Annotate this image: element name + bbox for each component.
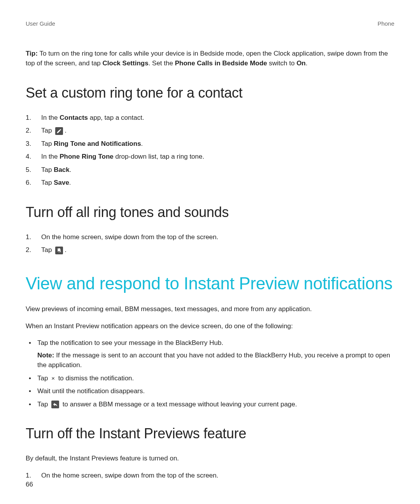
tip-period: .	[306, 60, 308, 67]
bullet2-mid: to dismiss the notification.	[56, 374, 134, 382]
turn-off-previews-p1: By default, the Instant Previews feature…	[26, 453, 394, 464]
bullet1-text: Tap the notification to see your message…	[37, 339, 223, 346]
step1-post: app, tap a contact.	[88, 114, 144, 121]
tip-block: Tip: To turn on the ring tone for calls …	[26, 49, 394, 68]
step-5: Tap Back.	[26, 165, 394, 175]
bullet4-post: to answer a BBM message or a text messag…	[61, 401, 297, 408]
header-left: User Guide	[26, 19, 55, 28]
tip-post: switch to	[267, 60, 297, 67]
step5-pre: Tap	[41, 166, 54, 173]
step-4: In the Phone Ring Tone drop-down list, t…	[26, 152, 394, 162]
header-right: Phone	[378, 19, 394, 28]
page-number: 66	[26, 480, 33, 490]
bullet-1: Tap the notification to see your message…	[26, 338, 394, 370]
edit-icon	[55, 127, 63, 135]
close-icon: ×	[51, 374, 55, 383]
tip-text: Tip: To turn on the ring tone for calls …	[26, 49, 394, 68]
step1-pre: In the	[41, 114, 60, 121]
step5-post: .	[70, 166, 72, 173]
step5-bold: Back	[54, 166, 70, 173]
tip-bold1: Clock Settings	[103, 60, 149, 67]
tip-bold3: On	[296, 60, 306, 67]
step-1: On the home screen, swipe down from the …	[26, 471, 394, 481]
tip-mid: . Set the	[149, 60, 175, 67]
instant-preview-p1: View previews of incoming email, BBM mes…	[26, 304, 394, 314]
step6-post: .	[69, 179, 71, 186]
step6-bold: Save	[54, 179, 69, 186]
heading-custom-ringtone: Set a custom ring tone for a contact	[26, 82, 394, 103]
bullet-4: Tap to answer a BBM message or a text me…	[26, 399, 394, 410]
instant-preview-p2: When an Instant Preview notification app…	[26, 321, 394, 331]
s2-step2-pre: Tap	[41, 246, 54, 254]
steps-turn-off-ringtones: On the home screen, swipe down from the …	[26, 232, 394, 255]
bullet4-pre: Tap	[37, 401, 50, 408]
step-6: Tap Save.	[26, 178, 394, 188]
tip-label: Tip:	[26, 50, 40, 57]
heading-turn-off-instant-previews: Turn off the Instant Previews feature	[26, 423, 394, 444]
bullet3-text: Wait until the notification disappears.	[37, 387, 145, 395]
bullet-3: Wait until the notification disappears.	[26, 386, 394, 396]
step-2: Tap .	[26, 126, 394, 136]
bullet1-note: Note: If the message is sent to an accou…	[37, 350, 394, 370]
step-1: In the Contacts app, tap a contact.	[26, 113, 394, 123]
steps-turn-off-previews: On the home screen, swipe down from the …	[26, 471, 394, 481]
bullet-2: Tap × to dismiss the notification.	[26, 373, 394, 383]
step2-pre: Tap	[41, 127, 54, 134]
step-3: Tap Ring Tone and Notifications.	[26, 139, 394, 149]
heading-turn-off-ringtones: Turn off all ring tones and sounds	[26, 202, 394, 223]
note-label: Note:	[37, 352, 56, 359]
step1-bold: Contacts	[60, 114, 88, 121]
page-header: User Guide Phone	[26, 19, 394, 28]
reply-icon	[51, 401, 59, 408]
bullet2-pre: Tap	[37, 374, 50, 382]
s2-step1: On the home screen, swipe down from the …	[41, 232, 218, 242]
s4-step1: On the home screen, swipe down from the …	[41, 471, 218, 481]
s2-step2-post: .	[65, 246, 66, 254]
mute-icon	[55, 247, 63, 254]
heading-instant-preview: View and respond to Instant Preview noti…	[26, 273, 394, 294]
tip-bold2: Phone Calls in Bedside Mode	[175, 60, 267, 67]
step3-pre: Tap	[41, 140, 54, 147]
step6-pre: Tap	[41, 179, 54, 186]
step4-bold: Phone Ring Tone	[60, 153, 114, 160]
step-1: On the home screen, swipe down from the …	[26, 232, 394, 242]
steps-custom-ringtone: In the Contacts app, tap a contact. Tap …	[26, 113, 394, 188]
step-2: Tap .	[26, 245, 394, 255]
step3-bold: Ring Tone and Notifications	[54, 140, 141, 147]
step3-post: .	[141, 140, 143, 147]
step4-pre: In the	[41, 153, 60, 160]
step4-post: drop-down list, tap a ring tone.	[114, 153, 204, 160]
step2-post: .	[65, 127, 66, 134]
instant-preview-bullets: Tap the notification to see your message…	[26, 338, 394, 409]
note-text: If the message is sent to an account tha…	[37, 352, 390, 369]
